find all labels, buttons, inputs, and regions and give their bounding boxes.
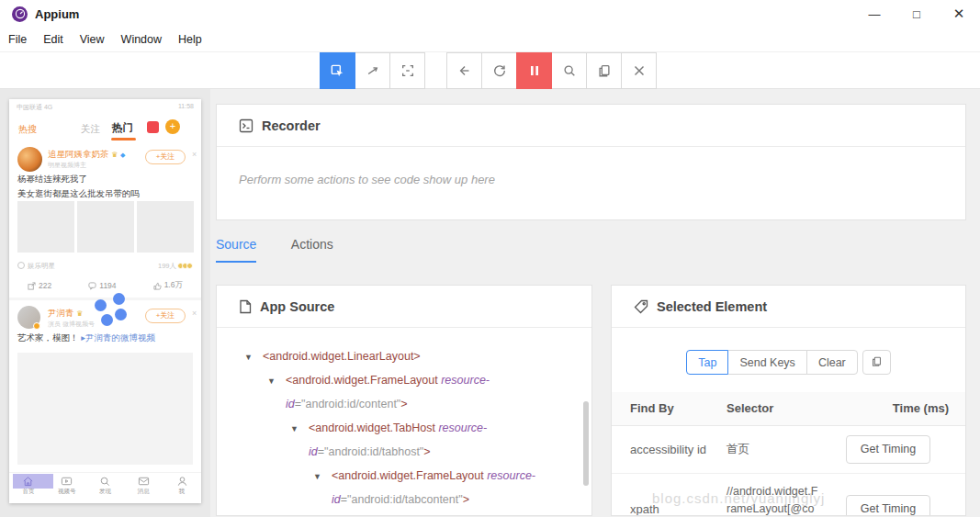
source-actions-tabs: Source Actions bbox=[216, 236, 364, 269]
menu-edit[interactable]: Edit bbox=[43, 33, 71, 46]
collapse-arrow-icon[interactable]: ▼ bbox=[267, 369, 286, 393]
collapse-arrow-icon[interactable]: ▼ bbox=[290, 417, 309, 441]
refresh-button[interactable] bbox=[481, 52, 517, 89]
titlebar: Appium — □ ✕ bbox=[0, 0, 980, 28]
find-by-value: accessibility id bbox=[612, 425, 708, 473]
mail-icon bbox=[138, 476, 150, 487]
app-source-panel: App Source ▼<android.widget.LinearLayout… bbox=[216, 285, 592, 516]
back-button[interactable] bbox=[446, 52, 482, 89]
pause-recording-button[interactable] bbox=[516, 52, 552, 89]
minimize-button[interactable]: — bbox=[853, 0, 896, 28]
carrier-label: 中国联通 4G bbox=[17, 103, 52, 112]
refresh-icon bbox=[492, 63, 507, 78]
pause-icon bbox=[528, 64, 541, 77]
select-element-icon bbox=[330, 63, 345, 79]
loading-dot bbox=[115, 309, 127, 320]
close-window-button[interactable]: ✕ bbox=[938, 0, 980, 28]
tab-source[interactable]: Source bbox=[216, 237, 256, 263]
share-count: 222 bbox=[39, 281, 51, 290]
menu-view[interactable]: View bbox=[80, 33, 112, 46]
get-timing-button[interactable]: Get Timing bbox=[846, 495, 930, 517]
app-source-header: App Source bbox=[217, 286, 591, 328]
menubar: File Edit View Window Help bbox=[0, 28, 980, 51]
post1-username: 追星阿姨拿奶茶 ♛ ◆ bbox=[48, 149, 125, 161]
source-tree: ▼<android.widget.LinearLayout> ▼<android… bbox=[217, 328, 591, 508]
file-icon bbox=[239, 299, 252, 314]
tree-node-wrap[interactable]: id="android:id/tabhost"> bbox=[217, 440, 591, 464]
loading-dot bbox=[113, 293, 125, 305]
tree-node[interactable]: ▼<android.widget.TabHost resource- bbox=[217, 416, 591, 440]
menu-help[interactable]: Help bbox=[178, 33, 209, 46]
video-icon bbox=[61, 476, 73, 487]
selected-element-title: Selected Element bbox=[657, 299, 767, 314]
recorder-header: Recorder bbox=[217, 105, 965, 147]
device-screenshot-panel: 中国联通 4G 11:58 热搜 关注 热门 + 追星阿姨拿奶茶 ♛ ◆ 明星视… bbox=[0, 89, 210, 517]
tree-node-wrap[interactable]: id="android:id/tabcontent"> bbox=[217, 488, 591, 508]
phone-tab-video: 视频号 bbox=[48, 473, 86, 503]
appium-logo-icon bbox=[12, 6, 28, 22]
post1-text: 杨幂结连辣死我了 美女逛街都是这么批发吊带的吗 bbox=[17, 172, 140, 201]
menu-file[interactable]: File bbox=[8, 33, 34, 46]
tree-node[interactable]: ▼<android.widget.LinearLayout> bbox=[217, 344, 591, 368]
close-x-icon bbox=[633, 64, 646, 77]
collapse-arrow-icon[interactable]: ▼ bbox=[244, 345, 263, 369]
select-elements-button[interactable] bbox=[320, 52, 355, 89]
tree-node[interactable]: ▼<android.widget.FrameLayout resource- bbox=[217, 368, 591, 392]
post2-dismiss-icon: × bbox=[192, 309, 197, 318]
menu-window[interactable]: Window bbox=[121, 33, 169, 46]
tree-node-wrap[interactable]: id="android:id/content"> bbox=[217, 392, 591, 416]
post1-action-bar: 222 1194 1.6万 bbox=[9, 280, 201, 291]
device-screenshot[interactable]: 中国联通 4G 11:58 热搜 关注 热门 + 追星阿姨拿奶茶 ♛ ◆ 明星视… bbox=[9, 99, 201, 503]
search-element-button[interactable] bbox=[551, 52, 587, 89]
selector-header: Selector bbox=[708, 392, 826, 425]
tree-node[interactable]: ▼<android.widget.FrameLayout resource- bbox=[217, 464, 591, 488]
selected-element-header: Selected Element bbox=[612, 286, 965, 328]
terminal-icon bbox=[239, 118, 253, 133]
send-keys-button[interactable]: Send Keys bbox=[727, 350, 806, 375]
app-source-title: App Source bbox=[260, 299, 334, 314]
get-timing-button[interactable]: Get Timing bbox=[846, 435, 930, 464]
copy-icon bbox=[871, 355, 883, 370]
tap-button[interactable]: Tap bbox=[686, 350, 728, 375]
participant-avatars bbox=[179, 263, 193, 271]
find-by-header: Find By bbox=[612, 392, 708, 425]
loading-dot bbox=[101, 314, 113, 326]
phone-tab-discover: 发现 bbox=[86, 473, 125, 503]
window-title: Appium bbox=[35, 7, 79, 21]
back-arrow-icon bbox=[457, 63, 472, 78]
hot-search-tab: 热搜 bbox=[18, 123, 37, 136]
phone-tab-me: 我 bbox=[163, 473, 201, 503]
copy-source-button[interactable] bbox=[586, 52, 622, 89]
quit-session-button[interactable] bbox=[621, 52, 657, 89]
recorder-empty-message: Perform some actions to see code show up… bbox=[217, 147, 965, 186]
phone-tab-messages: 消息 bbox=[124, 473, 163, 503]
live-icon bbox=[147, 121, 159, 133]
copy-attributes-button[interactable] bbox=[862, 350, 891, 375]
hot-tab-underline bbox=[111, 138, 136, 140]
clock-label: 11:58 bbox=[178, 103, 194, 112]
swipe-arrow-icon bbox=[366, 63, 380, 78]
post2-avatar-badge bbox=[33, 322, 40, 330]
tree-scrollbar[interactable] bbox=[583, 401, 589, 486]
post2-follow-button: +关注 bbox=[145, 309, 186, 323]
video-link: ▸尹润青的微博视频 bbox=[81, 332, 155, 343]
maximize-button[interactable]: □ bbox=[896, 0, 938, 28]
vip-crown-icon: ♛ bbox=[76, 309, 83, 318]
tap-by-coordinates-button[interactable] bbox=[389, 52, 425, 89]
inspector-main-area: Recorder Perform some actions to see cod… bbox=[210, 89, 980, 517]
post2-subtitle: 演员 微博视频号 bbox=[48, 320, 95, 329]
clear-button[interactable]: Clear bbox=[806, 350, 858, 375]
hot-tab: 热门 bbox=[112, 121, 133, 135]
swipe-by-coordinates-button[interactable] bbox=[355, 52, 390, 89]
loading-dot bbox=[95, 299, 107, 311]
search-icon bbox=[562, 63, 577, 78]
time-header: Time (ms) bbox=[826, 392, 965, 425]
verified-icon: ◆ bbox=[120, 152, 125, 158]
phone-status-bar: 中国联通 4G 11:58 bbox=[17, 103, 194, 112]
locator-strategies-table: Find By Selector Time (ms) accessibility… bbox=[612, 392, 965, 516]
vip-crown-icon: ♛ bbox=[111, 151, 118, 159]
phone-top-nav: 热搜 关注 热门 + bbox=[9, 116, 201, 141]
tab-actions[interactable]: Actions bbox=[291, 237, 333, 261]
post1-subtitle: 明星视频博主 bbox=[48, 161, 86, 170]
collapse-arrow-icon[interactable]: ▼ bbox=[313, 465, 332, 489]
